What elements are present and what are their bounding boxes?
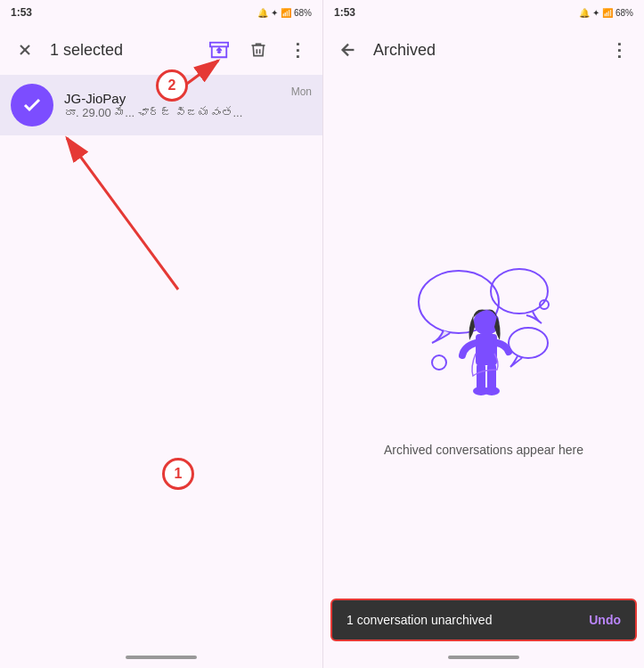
left-status-bar: 1:53 🔔 ✦ 📶 68% <box>0 0 322 25</box>
bluetooth-icon: 🔔 <box>257 8 268 18</box>
battery-icon: 68% <box>294 8 312 18</box>
right-time: 1:53 <box>334 6 355 19</box>
right-status-bar: 1:53 🔔 ✦ 📶 68% <box>323 0 644 25</box>
right-battery-icon: 68% <box>615 8 633 18</box>
left-time: 1:53 <box>11 6 32 19</box>
wifi-icon: ✦ <box>271 8 278 18</box>
empty-state-text: Archived conversations appear here <box>384 443 583 457</box>
archived-more-icon: ⋮ <box>610 39 628 61</box>
right-home-bar <box>323 647 644 668</box>
svg-point-11 <box>509 328 548 358</box>
svg-point-10 <box>491 269 548 314</box>
annotation-circle-1: 1 <box>162 458 194 490</box>
svg-point-19 <box>484 387 500 395</box>
svg-rect-16 <box>477 363 485 390</box>
signal-icon: 📶 <box>281 8 291 18</box>
snackbar: 1 conversation unarchived Undo <box>330 599 637 641</box>
selection-avatar <box>11 84 53 126</box>
archive-button[interactable] <box>201 32 237 68</box>
archived-title: Archived <box>373 41 594 60</box>
right-status-icons: 🔔 ✦ 📶 68% <box>579 8 633 18</box>
left-status-icons: 🔔 ✦ 📶 68% <box>257 8 312 18</box>
svg-point-12 <box>432 355 446 370</box>
right-panel: 1:53 🔔 ✦ 📶 68% Archived ⋮ <box>322 0 644 668</box>
delete-button[interactable] <box>240 32 276 68</box>
back-button[interactable] <box>330 32 366 68</box>
toolbar-actions: ⋮ <box>201 32 315 68</box>
right-wifi-icon: ✦ <box>592 8 599 18</box>
close-selection-button[interactable] <box>7 32 43 68</box>
home-indicator <box>126 656 197 659</box>
message-preview: రూ. 29.00 మే... ఛార్జ్ విజయవంత... <box>64 106 284 119</box>
left-home-bar <box>0 647 322 668</box>
svg-rect-15 <box>476 334 497 365</box>
message-time: Mon <box>291 84 312 98</box>
more-icon: ⋮ <box>289 39 306 61</box>
right-signal-icon: 📶 <box>602 8 613 18</box>
undo-button[interactable]: Undo <box>589 613 621 627</box>
selection-toolbar: 1 selected ⋮ <box>0 25 322 75</box>
archived-empty-state: Archived conversations appear here <box>323 75 644 647</box>
annotation-circle-2: 2 <box>156 69 188 102</box>
more-options-button[interactable]: ⋮ <box>280 32 315 68</box>
svg-rect-2 <box>210 43 228 47</box>
archived-more-button[interactable]: ⋮ <box>601 32 637 68</box>
right-bluetooth-icon: 🔔 <box>579 8 590 18</box>
snackbar-message: 1 conversation unarchived <box>346 613 492 627</box>
svg-rect-17 <box>487 363 496 390</box>
left-panel: 1:53 🔔 ✦ 📶 68% 1 selected <box>0 0 322 668</box>
empty-illustration <box>386 229 582 425</box>
selection-count: 1 selected <box>50 41 194 60</box>
right-home-indicator <box>448 656 519 659</box>
archived-toolbar: Archived ⋮ <box>323 25 644 75</box>
